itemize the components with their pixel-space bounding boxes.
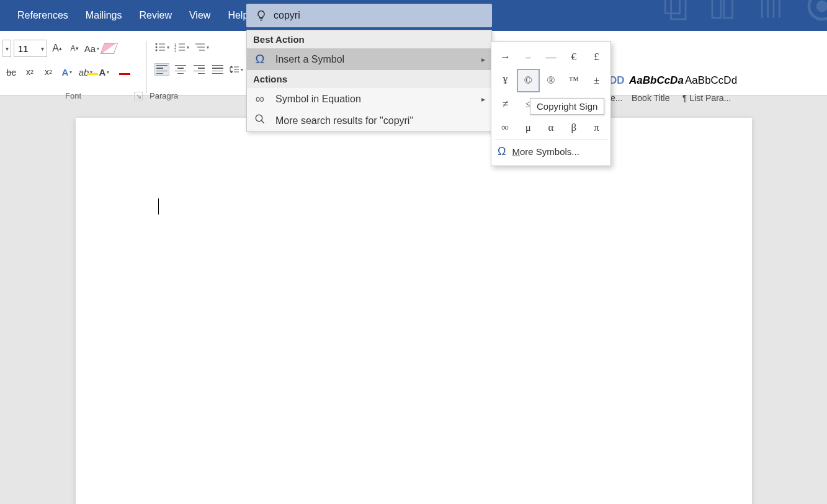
symbol-cell-6[interactable]: © bbox=[517, 69, 540, 92]
style-name-book-title: Book Title bbox=[632, 93, 669, 103]
bullets-icon bbox=[154, 42, 166, 52]
paragraph-group: 123 Paragra bbox=[147, 40, 246, 104]
tab-references[interactable]: References bbox=[9, 1, 77, 30]
ribbon-tabs: References Mailings Review View Help bbox=[0, 1, 257, 30]
symbol-cell-3[interactable]: € bbox=[562, 45, 585, 69]
change-case-button[interactable]: Aa bbox=[84, 41, 99, 56]
font-size-dropdown[interactable]: 11 ▾ bbox=[14, 40, 47, 57]
svg-line-29 bbox=[261, 120, 264, 123]
omega-icon: Ω bbox=[498, 145, 506, 158]
font-size-value: 11 bbox=[18, 43, 29, 54]
superscript-button[interactable]: x2 bbox=[41, 64, 56, 79]
dropdown-section-actions: Actions bbox=[247, 70, 491, 88]
font-name-dropdown[interactable]: ▾ bbox=[2, 40, 11, 57]
symbol-cell-1[interactable]: – bbox=[517, 45, 540, 69]
font-group-label: Font bbox=[0, 91, 146, 100]
action-more-results[interactable]: More search results for "copyri" bbox=[247, 110, 491, 131]
action-insert-symbol-label: Insert a Symbol bbox=[275, 54, 344, 65]
highlight-button[interactable]: ab bbox=[78, 64, 93, 79]
style-preview-list-para[interactable]: AaBbCcDd bbox=[685, 74, 737, 87]
symbol-cell-5[interactable]: ¥ bbox=[494, 69, 517, 92]
svg-rect-0 bbox=[665, 0, 679, 14]
clear-formatting-button[interactable] bbox=[102, 41, 117, 56]
style-name-list-para: ¶ List Para... bbox=[682, 93, 731, 103]
svg-point-28 bbox=[256, 115, 262, 122]
svg-point-10 bbox=[156, 43, 158, 45]
svg-rect-2 bbox=[712, 0, 721, 18]
symbol-cell-19[interactable]: π bbox=[585, 116, 608, 139]
document-area bbox=[0, 105, 827, 504]
infinity-icon: ∞ bbox=[253, 92, 267, 106]
submenu-arrow-icon: ▸ bbox=[481, 55, 485, 64]
symbol-grid: →–—€£¥©®™±≠≤≥÷×∞μαβπ bbox=[494, 45, 608, 139]
action-symbol-equation[interactable]: ∞ Symbol in Equation ▸ bbox=[247, 88, 491, 110]
multilevel-icon bbox=[194, 42, 205, 52]
font-color-button[interactable]: A bbox=[97, 64, 112, 79]
dropdown-section-best-action: Best Action bbox=[247, 30, 491, 48]
tab-view[interactable]: View bbox=[181, 1, 219, 30]
paragraph-group-label: Paragra bbox=[147, 91, 246, 100]
shrink-font-button[interactable]: A▾ bbox=[67, 41, 82, 56]
align-left-button[interactable] bbox=[154, 63, 169, 76]
titlebar-decorative-icons bbox=[659, 0, 827, 24]
symbol-tooltip: Copyright Sign bbox=[530, 98, 604, 115]
multilevel-list-button[interactable] bbox=[194, 40, 209, 55]
bullets-button[interactable] bbox=[154, 40, 169, 55]
align-center-button[interactable] bbox=[173, 63, 188, 76]
symbol-cell-17[interactable]: α bbox=[540, 116, 563, 139]
svg-point-9 bbox=[818, 2, 826, 11]
symbol-cell-9[interactable]: ± bbox=[585, 69, 608, 92]
line-spacing-button[interactable] bbox=[229, 62, 244, 77]
subscript-button[interactable]: x2 bbox=[22, 64, 37, 79]
style-preview-book-title[interactable]: AaBbCcDa bbox=[629, 74, 684, 87]
submenu-arrow-icon: ▸ bbox=[481, 95, 485, 104]
style-name-partial: e... bbox=[610, 93, 622, 103]
symbol-cell-2[interactable]: — bbox=[540, 45, 563, 69]
style-preview-partial[interactable]: DD bbox=[609, 74, 625, 87]
tell-me-search[interactable] bbox=[246, 4, 492, 27]
font-group: ▾ 11 ▾ A▴ A▾ Aa bc x2 x2 A ab A Font ↘ bbox=[0, 40, 146, 104]
symbol-cell-18[interactable]: β bbox=[562, 116, 585, 139]
omega-icon: Ω bbox=[253, 52, 267, 66]
more-symbols-button[interactable]: Ω More Symbols... bbox=[494, 139, 608, 163]
action-insert-symbol[interactable]: Ω Insert a Symbol ▸ bbox=[247, 48, 491, 70]
symbol-cell-8[interactable]: ™ bbox=[562, 69, 585, 92]
text-effects-button[interactable]: A bbox=[60, 64, 74, 79]
line-spacing-icon bbox=[230, 64, 239, 74]
document-page[interactable] bbox=[76, 118, 752, 504]
symbol-cell-16[interactable]: μ bbox=[517, 116, 540, 139]
lightbulb-icon bbox=[255, 9, 267, 22]
eraser-icon bbox=[101, 43, 118, 54]
numbering-icon: 123 bbox=[174, 42, 186, 52]
svg-rect-1 bbox=[671, 0, 686, 19]
tell-me-dropdown: Best Action Ω Insert a Symbol ▸ Actions … bbox=[246, 30, 492, 132]
tell-me-input[interactable] bbox=[274, 10, 492, 21]
svg-point-12 bbox=[156, 46, 158, 48]
align-right-button[interactable] bbox=[192, 63, 207, 76]
symbol-cell-10[interactable]: ≠ bbox=[494, 92, 517, 116]
justify-button[interactable] bbox=[210, 63, 225, 76]
tab-mailings[interactable]: Mailings bbox=[77, 1, 131, 30]
symbol-cell-4[interactable]: £ bbox=[585, 45, 608, 69]
title-bar: References Mailings Review View Help bbox=[0, 0, 827, 31]
action-more-results-label: More search results for "copyri" bbox=[275, 115, 413, 126]
search-icon bbox=[253, 113, 267, 128]
grow-font-button[interactable]: A▴ bbox=[50, 41, 65, 56]
numbering-button[interactable]: 123 bbox=[174, 40, 189, 55]
action-symbol-equation-label: Symbol in Equation bbox=[275, 94, 361, 105]
symbol-cell-0[interactable]: → bbox=[494, 45, 517, 69]
svg-point-14 bbox=[156, 50, 158, 51]
font-dialog-launcher[interactable]: ↘ bbox=[134, 92, 143, 100]
strikethrough-button[interactable]: bc bbox=[4, 64, 19, 79]
text-cursor bbox=[158, 198, 159, 214]
more-symbols-label: More Symbols... bbox=[512, 146, 579, 157]
symbol-cell-15[interactable]: ∞ bbox=[494, 116, 517, 139]
tab-review[interactable]: Review bbox=[131, 1, 181, 30]
svg-text:3: 3 bbox=[174, 49, 177, 52]
svg-rect-3 bbox=[724, 0, 733, 18]
symbol-cell-7[interactable]: ® bbox=[540, 69, 563, 92]
